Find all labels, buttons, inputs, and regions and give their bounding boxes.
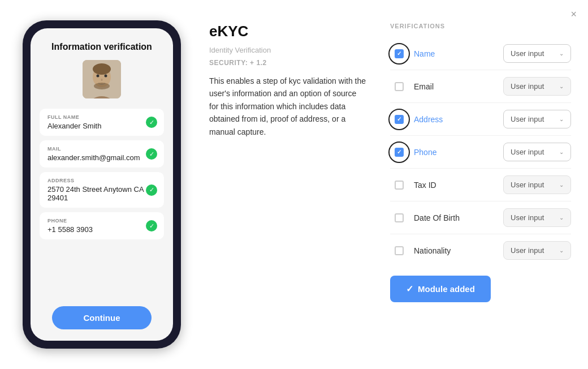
address-label: ADDRESS: [47, 178, 156, 183]
user-input-dropdown-nationality[interactable]: User input⌄: [503, 241, 571, 260]
verification-row-phone: PhoneUser input⌄: [390, 136, 571, 169]
verification-row-nationality: NationalityUser input⌄: [390, 234, 571, 267]
verification-row-dob: Date Of BirthUser input⌄: [390, 201, 571, 234]
phone-title: Information verification: [51, 42, 152, 52]
mail-check-icon: ✓: [146, 148, 157, 160]
chevron-down-icon-dob: ⌄: [559, 214, 564, 221]
ekyc-title: eKYC: [209, 23, 368, 40]
main-layout: Information verification: [0, 0, 588, 369]
svg-point-3: [93, 63, 111, 75]
phone-panel: Information verification: [17, 17, 187, 352]
checkbox-phone[interactable]: [395, 148, 404, 157]
field-name-email: Email: [414, 82, 498, 91]
user-input-dropdown-name[interactable]: User input⌄: [503, 44, 571, 63]
field-name-dob: Date Of Birth: [414, 213, 498, 222]
full-name-value: Alexander Smith: [47, 122, 156, 130]
dropdown-label-email: User input: [511, 82, 544, 91]
checkbox-wrap-tax-id: [390, 176, 408, 194]
address-check-icon: ✓: [146, 184, 157, 196]
checkbox-wrap-email: [390, 78, 408, 96]
mail-label: MAIL: [47, 146, 156, 152]
chevron-down-icon-name: ⌄: [559, 50, 564, 57]
checkbox-name[interactable]: [395, 49, 404, 58]
avatar: [83, 60, 121, 98]
verification-row-address: AddressUser input⌄: [390, 103, 571, 136]
checkbox-wrap-name: [390, 45, 408, 63]
field-name-address: Address: [414, 115, 498, 124]
address-card: ADDRESS 2570 24th Street Anytown CA 2940…: [40, 172, 164, 208]
address-value: 2570 24th Street Anytown CA 29401: [47, 185, 156, 202]
checkbox-wrap-phone: [390, 143, 408, 161]
dropdown-label-dob: User input: [511, 213, 544, 222]
field-name-phone: Phone: [414, 148, 498, 157]
checkbox-wrap-address: [390, 110, 408, 128]
module-added-button[interactable]: ✓ Module added: [390, 276, 491, 302]
checkbox-address[interactable]: [395, 115, 404, 124]
dropdown-label-address: User input: [511, 115, 544, 123]
user-input-dropdown-phone[interactable]: User input⌄: [503, 143, 571, 161]
mail-card: MAIL alexander.smith@gmail.com ✓: [40, 140, 164, 168]
svg-point-6: [101, 79, 103, 81]
chevron-down-icon-phone: ⌄: [559, 149, 564, 155]
svg-point-5: [105, 75, 107, 78]
chevron-down-icon-tax-id: ⌄: [559, 182, 564, 188]
phone-screen: Information verification: [31, 28, 173, 341]
center-panel: eKYC Identity Verification SECURITY: + 1…: [209, 17, 368, 352]
verification-row-tax-id: Tax IDUser input⌄: [390, 169, 571, 201]
description-text: This enables a step of kyc validation wi…: [209, 75, 368, 138]
dropdown-label-nationality: User input: [511, 246, 544, 255]
checkbox-tax-id[interactable]: [395, 181, 404, 190]
checkbox-nationality[interactable]: [395, 246, 404, 255]
checkbox-dob[interactable]: [395, 213, 404, 222]
user-input-dropdown-tax-id[interactable]: User input⌄: [503, 175, 571, 194]
checkbox-wrap-nationality: [390, 242, 408, 260]
mail-value: alexander.smith@gmail.com: [47, 153, 156, 162]
svg-point-7: [94, 83, 110, 89]
right-panel: VERIFICATIONS NameUser input⌄EmailUser i…: [390, 17, 571, 352]
chevron-down-icon-email: ⌄: [559, 83, 564, 89]
checkbox-wrap-dob: [390, 209, 408, 227]
module-added-check-icon: ✓: [406, 284, 413, 294]
phone-value: +1 5588 3903: [47, 225, 156, 234]
full-name-label: FULL NAME: [47, 114, 156, 120]
dropdown-label-name: User input: [511, 49, 544, 58]
security-badge: SECURITY: + 1.2: [209, 59, 368, 67]
field-name-nationality: Nationality: [414, 246, 498, 255]
phone-card: PHONE +1 5588 3903 ✓: [40, 212, 164, 239]
checkbox-email[interactable]: [395, 82, 404, 91]
verification-rows: NameUser input⌄EmailUser input⌄AddressUs…: [390, 37, 571, 267]
module-added-label: Module added: [418, 284, 475, 294]
field-name-name: Name: [414, 49, 498, 58]
chevron-down-icon-address: ⌄: [559, 116, 564, 122]
full-name-check-icon: ✓: [146, 117, 157, 128]
user-input-dropdown-email[interactable]: User input⌄: [503, 77, 571, 96]
phone-mockup: Information verification: [23, 20, 181, 349]
close-button[interactable]: ×: [570, 9, 577, 19]
identity-label: Identity Verification: [209, 46, 368, 54]
continue-button[interactable]: Continue: [52, 306, 152, 329]
field-name-tax-id: Tax ID: [414, 181, 498, 190]
verification-row-name: NameUser input⌄: [390, 37, 571, 70]
verification-row-email: EmailUser input⌄: [390, 70, 571, 103]
dropdown-label-tax-id: User input: [511, 181, 544, 189]
dropdown-label-phone: User input: [511, 148, 544, 156]
verifications-header: VERIFICATIONS: [390, 23, 571, 29]
full-name-card: FULL NAME Alexander Smith ✓: [40, 109, 164, 136]
phone-label: PHONE: [47, 218, 156, 224]
svg-point-4: [97, 75, 100, 78]
phone-check-icon: ✓: [146, 220, 157, 231]
user-input-dropdown-dob[interactable]: User input⌄: [503, 208, 571, 227]
user-input-dropdown-address[interactable]: User input⌄: [503, 110, 571, 128]
chevron-down-icon-nationality: ⌄: [559, 247, 564, 254]
